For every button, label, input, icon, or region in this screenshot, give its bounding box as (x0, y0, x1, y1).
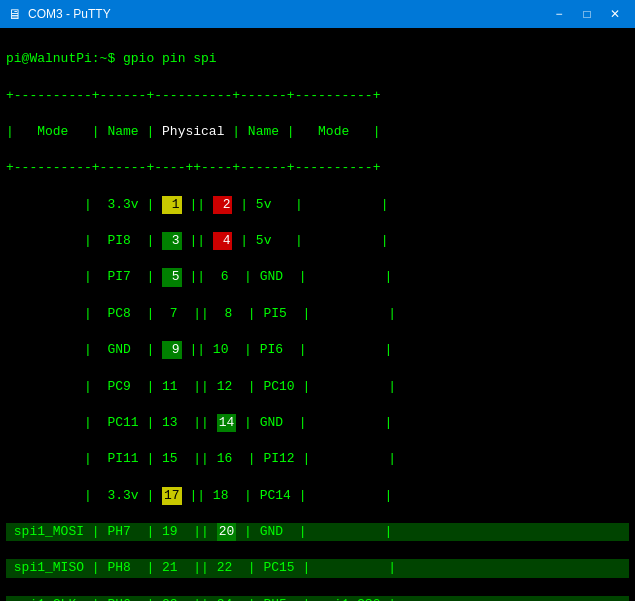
row-10: spi1_MOSI | PH7 | 19 || 20 | GND | | (6, 523, 629, 541)
header-row: | Mode | Name | Physical | Name | Mode | (6, 123, 629, 141)
row-8: | PI11 | 15 || 16 | PI12 | | (6, 450, 629, 468)
close-button[interactable]: ✕ (603, 4, 627, 24)
row-3: | PI7 | 5 || 6 | GND | | (6, 268, 629, 286)
row-9: | 3.3v | 17 || 18 | PC14 | | (6, 487, 629, 505)
row-6: | PC9 | 11 || 12 | PC10 | | (6, 378, 629, 396)
row-12: spi1_CLK | PH6 | 23 || 24 | PH5 | spi1_C… (6, 596, 629, 601)
title-bar: 🖥 COM3 - PuTTY − □ ✕ (0, 0, 635, 28)
separator-2: +----------+------+----++----+------+---… (6, 159, 629, 177)
maximize-button[interactable]: □ (575, 4, 599, 24)
row-4: | PC8 | 7 || 8 | PI5 | | (6, 305, 629, 323)
row-5: | GND | 9 || 10 | PI6 | | (6, 341, 629, 359)
prompt-line-1: pi@WalnutPi:~$ gpio pin spi (6, 50, 629, 68)
row-2: | PI8 | 3 || 4 | 5v | | (6, 232, 629, 250)
row-11: spi1_MISO | PH8 | 21 || 22 | PC15 | | (6, 559, 629, 577)
minimize-button[interactable]: − (547, 4, 571, 24)
window-icon: 🖥 (8, 6, 22, 22)
window-title: COM3 - PuTTY (28, 7, 547, 21)
window-controls: − □ ✕ (547, 4, 627, 24)
row-1: | 3.3v | 1 || 2 | 5v | | (6, 196, 629, 214)
terminal[interactable]: pi@WalnutPi:~$ gpio pin spi +----------+… (0, 28, 635, 601)
row-7: | PC11 | 13 || 14 | GND | | (6, 414, 629, 432)
separator-1: +----------+------+----------+------+---… (6, 87, 629, 105)
